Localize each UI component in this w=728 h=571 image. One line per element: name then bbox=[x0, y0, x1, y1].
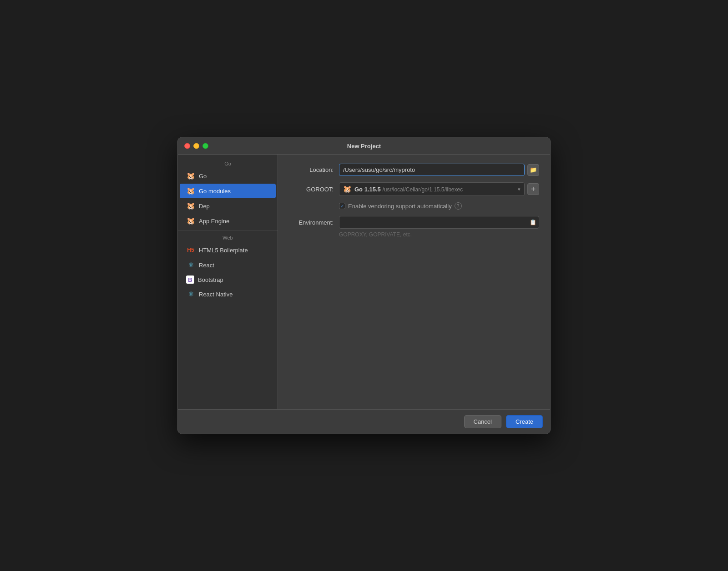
vendoring-checkbox[interactable]: ✓ bbox=[339, 203, 345, 209]
cancel-button[interactable]: Cancel bbox=[464, 415, 501, 428]
chevron-down-icon: ▾ bbox=[518, 186, 521, 192]
content-panel: Location: 📁 GOROOT: 🐹 Go 1.15.5 bbox=[278, 155, 550, 409]
sidebar-item-react-native-label: React Native bbox=[199, 291, 233, 298]
location-input[interactable] bbox=[339, 164, 525, 176]
goroot-gopher-icon: 🐹 bbox=[343, 185, 352, 193]
create-button[interactable]: Create bbox=[506, 415, 543, 428]
location-input-wrapper: 📁 bbox=[339, 164, 539, 176]
sidebar-item-app-engine-label: App Engine bbox=[199, 218, 229, 225]
sidebar-item-html5[interactable]: H5 HTML5 Boilerplate bbox=[180, 243, 276, 257]
title-bar: New Project bbox=[178, 137, 550, 155]
add-goroot-button[interactable]: + bbox=[527, 183, 539, 195]
html5-icon: H5 bbox=[186, 245, 195, 255]
browse-icon: 📁 bbox=[530, 166, 537, 173]
browse-button[interactable]: 📁 bbox=[527, 164, 539, 176]
react-native-icon: ⚛ bbox=[186, 290, 195, 299]
sidebar-item-go-modules[interactable]: 🐹 Go modules bbox=[180, 184, 276, 198]
web-section-label: Web bbox=[178, 232, 278, 242]
location-row: Location: 📁 bbox=[289, 164, 539, 176]
go-modules-icon: 🐹 bbox=[186, 186, 195, 195]
goroot-row: GOROOT: 🐹 Go 1.15.5 /usr/local/Cellar/go… bbox=[289, 182, 539, 196]
minimize-button[interactable] bbox=[193, 143, 199, 149]
sidebar-item-go-modules-label: Go modules bbox=[199, 188, 231, 195]
sidebar-item-react-label: React bbox=[199, 262, 214, 269]
sidebar-item-html5-label: HTML5 Boilerplate bbox=[199, 247, 248, 254]
dialog-title: New Project bbox=[347, 143, 381, 150]
sidebar-divider bbox=[178, 230, 278, 230]
goroot-version: Go 1.15.5 bbox=[354, 186, 381, 193]
environment-input-wrapper: 📋 bbox=[339, 216, 539, 229]
environment-row: Environment: 📋 bbox=[289, 216, 539, 229]
bootstrap-icon: B bbox=[186, 275, 194, 284]
dialog-body: Go 🐹 Go 🐹 Go modules 🐹 Dep 🐹 App Engine … bbox=[178, 155, 550, 409]
vendoring-label: Enable vendoring support automatically bbox=[348, 203, 452, 210]
environment-hint: GOPROXY, GOPRIVATE, etc. bbox=[339, 231, 539, 238]
plus-icon: + bbox=[531, 185, 536, 193]
new-project-dialog: New Project Go 🐹 Go 🐹 Go modules 🐹 Dep 🐹… bbox=[177, 137, 551, 434]
env-edit-button[interactable]: 📋 bbox=[529, 218, 537, 226]
environment-label: Environment: bbox=[289, 219, 339, 226]
sidebar-item-dep-label: Dep bbox=[199, 203, 210, 210]
sidebar-item-dep[interactable]: 🐹 Dep bbox=[180, 199, 276, 213]
go-icon: 🐹 bbox=[186, 171, 195, 180]
help-icon[interactable]: ? bbox=[455, 202, 462, 210]
dep-icon: 🐹 bbox=[186, 201, 195, 210]
sidebar-item-go[interactable]: 🐹 Go bbox=[180, 169, 276, 183]
goroot-label: GOROOT: bbox=[289, 186, 339, 193]
sidebar-item-react[interactable]: ⚛ React bbox=[180, 258, 276, 272]
sidebar-item-bootstrap[interactable]: B Bootstrap bbox=[180, 273, 276, 286]
sidebar: Go 🐹 Go 🐹 Go modules 🐹 Dep 🐹 App Engine … bbox=[178, 155, 278, 409]
sidebar-item-go-label: Go bbox=[199, 173, 207, 180]
location-label: Location: bbox=[289, 166, 339, 173]
environment-input[interactable]: 📋 bbox=[339, 216, 539, 229]
react-icon: ⚛ bbox=[186, 260, 195, 270]
vendoring-row: ✓ Enable vendoring support automatically… bbox=[289, 202, 539, 210]
maximize-button[interactable] bbox=[202, 143, 208, 149]
edit-icon: 📋 bbox=[530, 219, 536, 225]
traffic-lights bbox=[184, 143, 208, 149]
sidebar-item-react-native[interactable]: ⚛ React Native bbox=[180, 287, 276, 301]
goroot-dropdown-text: Go 1.15.5 /usr/local/Cellar/go/1.15.5/li… bbox=[354, 186, 515, 193]
goroot-path: /usr/local/Cellar/go/1.15.5/libexec bbox=[382, 186, 463, 193]
close-button[interactable] bbox=[184, 143, 190, 149]
dialog-footer: Cancel Create bbox=[178, 409, 550, 434]
goroot-dropdown-wrapper: 🐹 Go 1.15.5 /usr/local/Cellar/go/1.15.5/… bbox=[339, 182, 539, 196]
app-engine-icon: 🐹 bbox=[186, 216, 195, 225]
go-section-label: Go bbox=[178, 158, 278, 168]
goroot-dropdown[interactable]: 🐹 Go 1.15.5 /usr/local/Cellar/go/1.15.5/… bbox=[339, 182, 525, 196]
sidebar-item-app-engine[interactable]: 🐹 App Engine bbox=[180, 214, 276, 228]
sidebar-item-bootstrap-label: Bootstrap bbox=[198, 276, 223, 283]
